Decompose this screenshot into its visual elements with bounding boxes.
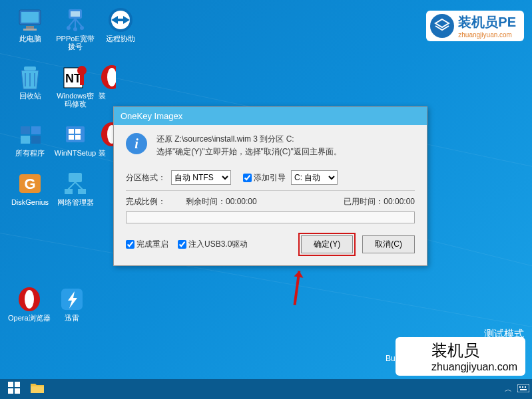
pc-icon bbox=[17, 7, 43, 33]
desktop-icon-opera-cut[interactable]: 装 bbox=[99, 64, 116, 108]
checkbox-add-boot[interactable]: 添加引导 bbox=[243, 172, 286, 184]
tray-keyboard-icon[interactable] bbox=[517, 384, 529, 394]
icon-label: 网络管理器 bbox=[57, 198, 94, 206]
icon-label: 回收站 bbox=[19, 92, 41, 100]
progress-bar bbox=[126, 211, 415, 223]
ntpw-icon: NT bbox=[62, 64, 89, 90]
svg-rect-21 bbox=[21, 136, 30, 144]
svg-rect-34 bbox=[78, 189, 86, 194]
desktop-icon-this-pc[interactable]: 此电脑 bbox=[8, 7, 52, 51]
brand-url: zhuangjiyuan.com bbox=[431, 361, 517, 373]
programs-icon bbox=[17, 121, 43, 148]
svg-rect-25 bbox=[75, 129, 81, 134]
netmgr-icon bbox=[62, 170, 89, 197]
checkbox-usb3-input[interactable] bbox=[178, 240, 186, 249]
desktop-icon-pppoe[interactable]: PPPoE宽带拨号 bbox=[53, 7, 97, 51]
svg-rect-2 bbox=[26, 26, 34, 29]
svg-rect-22 bbox=[31, 136, 41, 144]
svg-rect-32 bbox=[69, 173, 82, 182]
opera-icon bbox=[16, 286, 43, 313]
icon-label: 此电脑 bbox=[19, 35, 41, 43]
checkbox-add-boot-input[interactable] bbox=[243, 174, 252, 182]
checkbox-reboot-input[interactable] bbox=[126, 240, 134, 249]
svg-rect-24 bbox=[69, 129, 74, 134]
taskbar-explorer[interactable] bbox=[25, 380, 49, 398]
icon-label: WinNTSetup bbox=[55, 149, 96, 157]
diskgenius-icon: G bbox=[17, 170, 43, 197]
cancel-button[interactable]: 取消(C) bbox=[362, 235, 415, 253]
svg-point-8 bbox=[80, 26, 84, 30]
info-icon: i bbox=[126, 133, 147, 154]
teamviewer-icon bbox=[107, 7, 134, 33]
svg-point-6 bbox=[67, 26, 71, 30]
brand-logo-icon bbox=[399, 342, 427, 370]
start-button[interactable] bbox=[3, 379, 25, 399]
icon-label: 迅雷 bbox=[65, 314, 79, 322]
winnt-icon bbox=[62, 121, 89, 148]
svg-rect-19 bbox=[21, 126, 30, 134]
brand-logo-icon bbox=[430, 14, 454, 38]
dialog-titlebar[interactable]: OneKey Imagex bbox=[114, 107, 427, 125]
icon-label: PPPoE宽带拨号 bbox=[53, 35, 97, 51]
label-remain: 剩余时间： bbox=[186, 197, 226, 206]
icon-label: 远程协助 bbox=[106, 35, 135, 43]
label-partition-format: 分区格式： bbox=[126, 172, 166, 184]
select-boot-drive[interactable]: C: 自动 bbox=[291, 170, 338, 185]
desktop-icon-programs[interactable]: 所有程序 bbox=[8, 121, 52, 157]
svg-rect-26 bbox=[69, 135, 74, 140]
checkbox-reboot[interactable]: 完成重启 bbox=[126, 239, 168, 250]
label-ratio: 完成比例： bbox=[126, 197, 166, 206]
svg-rect-16 bbox=[80, 73, 84, 85]
brand-title: 装机员 bbox=[431, 340, 517, 361]
svg-rect-11 bbox=[117, 19, 125, 21]
icon-label: 所有程序 bbox=[15, 149, 45, 157]
svg-point-7 bbox=[73, 27, 77, 31]
select-partition-format[interactable]: 自动 NTFS bbox=[171, 170, 231, 185]
brand-url: zhuangjiyuan.com bbox=[458, 31, 516, 39]
desktop-icon-winnt[interactable]: WinNTSetup bbox=[53, 121, 97, 157]
svg-rect-44 bbox=[519, 386, 521, 388]
recycle-icon bbox=[17, 64, 43, 90]
icon-label: Windows密码修改 bbox=[53, 92, 97, 108]
svg-rect-46 bbox=[525, 386, 526, 388]
msg-line1: 还原 Z:\sources\install.wim 3 到分区 C: bbox=[156, 133, 342, 146]
taskbar: ︿ bbox=[0, 379, 532, 399]
system-tray: ︿ bbox=[505, 384, 529, 394]
svg-point-36 bbox=[25, 290, 34, 309]
svg-rect-38 bbox=[8, 382, 13, 387]
icon-label: DiskGenius bbox=[11, 198, 49, 206]
svg-rect-40 bbox=[8, 388, 13, 394]
brand-badge-bottom: 装机员 zhuangjiyuan.com bbox=[396, 337, 525, 376]
desktop-icon-netmgr[interactable]: 网络管理器 bbox=[53, 170, 97, 206]
svg-text:G: G bbox=[24, 176, 35, 192]
value-elapsed: 00:00:00 bbox=[384, 197, 415, 206]
svg-rect-41 bbox=[15, 388, 20, 394]
desktop-icon-xunlei[interactable]: 迅雷 bbox=[59, 286, 85, 322]
svg-rect-43 bbox=[517, 384, 529, 392]
desktop-icon-diskgenius[interactable]: G DiskGenius bbox=[8, 170, 52, 206]
icon-label: Opera浏览器 bbox=[8, 314, 51, 322]
checkbox-usb3[interactable]: 注入USB3.0驱动 bbox=[178, 239, 248, 250]
desktop-icon-recycle[interactable]: 回收站 bbox=[8, 64, 52, 108]
desktop-icon-winpw[interactable]: NT Windows密码修改 bbox=[53, 64, 97, 108]
svg-rect-12 bbox=[24, 66, 36, 70]
desktop-icon-opera[interactable]: Opera浏览器 bbox=[8, 286, 51, 322]
svg-rect-39 bbox=[15, 382, 20, 387]
label-elapsed: 已用时间： bbox=[344, 197, 384, 206]
svg-rect-27 bbox=[75, 135, 81, 140]
svg-rect-33 bbox=[65, 189, 73, 194]
tray-chevron-icon[interactable]: ︿ bbox=[505, 384, 512, 394]
value-remain: 00:00:00 bbox=[226, 197, 257, 206]
svg-rect-20 bbox=[31, 126, 41, 134]
network-icon bbox=[62, 7, 89, 33]
svg-rect-45 bbox=[522, 386, 523, 388]
desktop-icon-remote[interactable]: 远程协助 bbox=[99, 7, 142, 51]
icon-label: 装 bbox=[99, 149, 106, 157]
brand-title: 装机员PE bbox=[458, 13, 516, 31]
onekey-imagex-dialog: OneKey Imagex i 还原 Z:\sources\install.wi… bbox=[113, 106, 427, 266]
brand-badge-top: 装机员PE zhuangjiyuan.com bbox=[426, 11, 524, 41]
svg-rect-23 bbox=[66, 126, 85, 142]
svg-rect-1 bbox=[21, 12, 39, 23]
svg-rect-3 bbox=[23, 29, 37, 31]
ok-button[interactable]: 确定(Y) bbox=[301, 235, 353, 253]
